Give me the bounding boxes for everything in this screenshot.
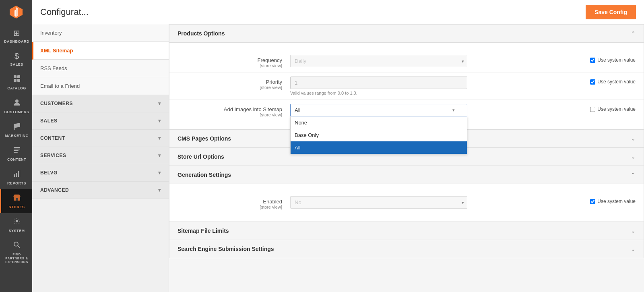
sitemap-file-limits-title: Sitemap File Limits [178, 228, 229, 234]
store-url-toggle-icon: ⌄ [631, 153, 636, 160]
sidebar-item-find-partners[interactable]: FIND PARTNERS & EXTENSIONS [0, 237, 32, 268]
save-config-button[interactable]: Save Config [586, 5, 636, 19]
config-main: Products Options ⌃ Frequency [store view… [169, 24, 644, 292]
products-options-title: Products Options [178, 30, 225, 37]
add-images-selected-value: All [295, 107, 300, 113]
cms-pages-toggle-icon: ⌄ [631, 135, 636, 142]
sidebar-item-marketing[interactable]: MARKETING [0, 118, 32, 142]
sidebar-item-reports[interactable]: REPORTS [0, 166, 32, 189]
sidebar-item-content[interactable]: CONTENT [0, 142, 32, 166]
frequency-field: Daily ▾ Use system value [290, 55, 636, 67]
priority-field: Valid values range from 0.0 to 1.0. Use … [290, 77, 636, 95]
config-section-services-label: SERVICES [40, 153, 66, 158]
chevron-down-icon-content: ▾ [158, 135, 161, 141]
config-section-belvg-label: BELVG [40, 170, 58, 176]
priority-input[interactable] [290, 77, 467, 89]
config-section-customers-label: CUSTOMERS [40, 101, 73, 106]
enabled-use-system-label[interactable]: Use system value [597, 199, 636, 204]
config-section-belvg: BELVG ▾ [32, 164, 169, 182]
frequency-use-system-label[interactable]: Use system value [597, 57, 636, 63]
config-section-services-header[interactable]: SERVICES ▾ [32, 147, 169, 164]
menu-item-rss-feeds[interactable]: RSS Feeds [32, 60, 169, 77]
sitemap-file-limits-toggle-icon: ⌄ [631, 228, 636, 234]
products-options-header[interactable]: Products Options ⌃ [169, 25, 644, 43]
generation-settings-body: Enabled [store view] No ▾ [169, 184, 644, 222]
enabled-label: Enabled [store view] [178, 196, 290, 209]
svg-rect-4 [17, 75, 20, 78]
config-section-belvg-header[interactable]: BELVG ▾ [32, 164, 169, 181]
priority-use-system-label[interactable]: Use system value [597, 79, 636, 85]
config-section-customers-header[interactable]: CUSTOMERS ▾ [32, 95, 169, 112]
chevron-down-icon: ▾ [158, 101, 161, 106]
config-section-sales-header[interactable]: SALES ▾ [32, 112, 169, 129]
chevron-down-icon-belvg: ▾ [158, 170, 161, 176]
enabled-row: Enabled [store view] No ▾ [169, 192, 644, 213]
priority-note: Valid values range from 0.0 to 1.0. [290, 91, 585, 95]
store-url-options-title: Store Url Options [178, 153, 224, 160]
svg-marker-8 [14, 123, 20, 128]
add-images-dropdown: All ▾ None Base Only All [290, 104, 467, 116]
generation-settings-toggle-icon: ⌃ [631, 172, 636, 178]
sidebar-item-catalog[interactable]: CATALOG [0, 70, 32, 94]
menu-item-email-to-friend[interactable]: Email to a Friend [32, 77, 169, 95]
enabled-use-system-checkbox[interactable] [590, 199, 595, 204]
search-engine-submission-header[interactable]: Search Engine Submission Settings ⌄ [169, 240, 644, 258]
add-images-row: Add Images into Sitemap [store view] All… [169, 100, 644, 121]
add-images-dropdown-menu: None Base Only All [290, 116, 467, 154]
sidebar-logo[interactable] [0, 0, 32, 24]
priority-row: Priority [store view] Valid values range… [169, 72, 644, 100]
generation-settings-header[interactable]: Generation Settings ⌃ [169, 166, 644, 184]
add-images-use-system: Use system value [590, 104, 636, 112]
svg-rect-13 [14, 152, 18, 153]
products-options-section: Products Options ⌃ Frequency [store view… [169, 24, 644, 129]
priority-label: Priority [store view] [178, 77, 290, 90]
enabled-use-system: Use system value [590, 196, 636, 204]
svg-rect-17 [20, 170, 20, 177]
config-section-advanced-label: ADVANCED [40, 187, 69, 193]
enabled-select[interactable]: No [290, 196, 467, 209]
add-images-use-system-label[interactable]: Use system value [597, 106, 636, 112]
config-section-content-header[interactable]: CONTENT ▾ [32, 130, 169, 147]
sidebar-item-dashboard[interactable]: ⊞ DASHBOARD [0, 24, 32, 48]
frequency-select[interactable]: Daily [290, 55, 467, 67]
reports-icon [13, 170, 21, 180]
sidebar-item-sales[interactable]: $ SALES [0, 48, 32, 70]
marketing-icon [13, 122, 21, 132]
enabled-field: No ▾ Use system value [290, 196, 636, 209]
frequency-use-system-checkbox[interactable] [590, 58, 595, 63]
sidebar-item-customers[interactable]: CUSTOMERS [0, 94, 32, 118]
priority-use-system-checkbox[interactable] [590, 79, 595, 85]
svg-rect-16 [18, 171, 19, 177]
priority-use-system: Use system value [590, 77, 636, 85]
config-section-advanced-header[interactable]: ADVANCED ▾ [32, 182, 169, 199]
products-options-body: Frequency [store view] Daily ▾ [169, 43, 644, 129]
sitemap-file-limits-header[interactable]: Sitemap File Limits ⌄ [169, 222, 644, 240]
chevron-down-icon-sales: ▾ [158, 118, 161, 124]
svg-rect-12 [14, 150, 19, 151]
add-images-label: Add Images into Sitemap [store view] [178, 104, 290, 117]
svg-rect-3 [14, 75, 17, 78]
dropdown-option-all[interactable]: All [291, 141, 467, 154]
menu-item-xml-sitemap[interactable]: XML Sitemap [32, 42, 169, 60]
config-menu: Inventory XML Sitemap RSS Feeds Email to… [32, 24, 169, 292]
search-engine-submission-toggle-icon: ⌄ [631, 246, 636, 252]
dropdown-option-base-only[interactable]: Base Only [291, 129, 467, 141]
svg-point-20 [16, 220, 18, 222]
config-section-advanced: ADVANCED ▾ [32, 182, 169, 199]
svg-rect-15 [16, 173, 17, 177]
svg-rect-14 [14, 174, 15, 177]
page-title: Configurat... [40, 7, 586, 17]
sidebar-item-system[interactable]: SYSTEM [0, 213, 32, 237]
generation-settings-title: Generation Settings [178, 172, 231, 178]
add-images-use-system-checkbox[interactable] [590, 107, 595, 112]
svg-rect-10 [14, 147, 20, 148]
config-section-sales: SALES ▾ [32, 112, 169, 130]
add-images-dropdown-trigger[interactable]: All ▾ [290, 104, 467, 116]
sidebar-item-stores[interactable]: STORES [0, 189, 32, 213]
menu-item-inventory[interactable]: Inventory [32, 24, 169, 42]
dropdown-option-none[interactable]: None [291, 116, 467, 129]
frequency-label: Frequency [store view] [178, 55, 290, 68]
customers-icon [13, 98, 21, 108]
frequency-row: Frequency [store view] Daily ▾ [169, 51, 644, 72]
config-section-services: SERVICES ▾ [32, 147, 169, 164]
